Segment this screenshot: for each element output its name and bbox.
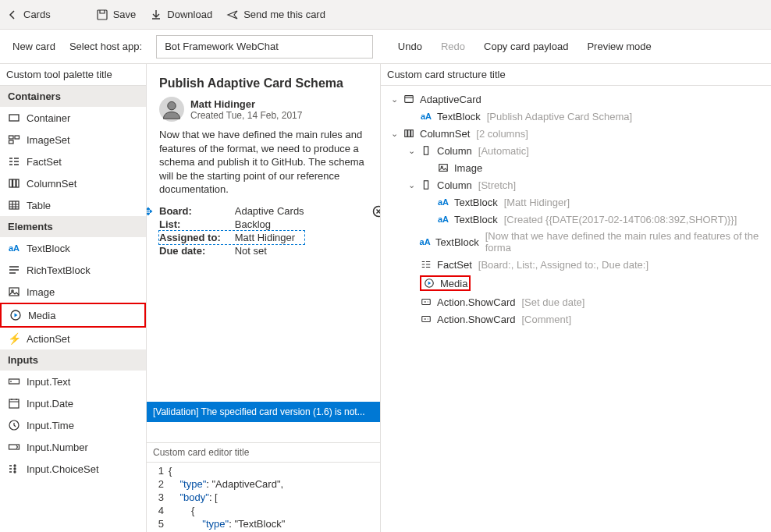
palette-item-input-number[interactable]: Input.Number (0, 436, 146, 458)
avatar (159, 97, 184, 122)
save-button[interactable]: Save (96, 9, 137, 21)
send-button[interactable]: Send me this card (226, 9, 325, 21)
expand-icon[interactable]: ⌄ (406, 146, 417, 156)
svg-rect-28 (408, 130, 410, 137)
tree-node-media[interactable]: Media (384, 273, 768, 293)
host-app-label: Select host app: (69, 41, 142, 52)
tree-node-column[interactable]: ⌄Column[Automatic] (384, 142, 768, 159)
table-icon (8, 199, 20, 211)
delete-handle-icon[interactable] (372, 205, 380, 220)
aA-icon: aA (437, 196, 449, 208)
tree-sublabel: [Board:, List:, Assigned to:, Due date:] (478, 259, 648, 271)
fact-row[interactable]: Assigned to:Matt Hidinger (159, 231, 304, 244)
card-body-text: Now that we have defined the main rules … (159, 128, 368, 197)
tree-label: ColumnSet (420, 128, 470, 140)
tree-node-action-showcard[interactable]: Action.ShowCard[Set due date] (384, 293, 768, 310)
palette-item-imageset[interactable]: ImageSet (0, 129, 146, 151)
palette-item-richtextblock[interactable]: RichTextBlock (0, 259, 146, 281)
tool-palette: Custom tool palette title ContainersCont… (0, 64, 147, 532)
palette-item-textblock[interactable]: aATextBlock (0, 237, 146, 259)
palette-item-actionset[interactable]: ⚡ActionSet (0, 328, 146, 349)
svg-rect-10 (13, 179, 16, 187)
tree-node-factset[interactable]: FactSet[Board:, List:, Assigned to:, Due… (384, 256, 768, 273)
save-label: Save (113, 9, 137, 20)
redo-button[interactable]: Redo (436, 41, 465, 52)
palette-item-label: ColumnSet (27, 178, 76, 190)
palette-item-input-text[interactable]: Input.Text (0, 371, 146, 392)
palette-item-label: ActionSet (27, 333, 70, 345)
tree-node-adaptivecard[interactable]: ⌄AdaptiveCard (384, 90, 768, 108)
send-label: Send me this card (243, 9, 325, 20)
tree-label: TextBlock (437, 111, 481, 122)
rect-icon (8, 112, 20, 124)
palette-header: Custom tool palette title (0, 64, 146, 86)
tree-node-column[interactable]: ⌄Column[Stretch] (384, 176, 768, 193)
tree-sublabel: [Stretch] (478, 179, 516, 191)
palette-item-input-choiceset[interactable]: Input.ChoiceSet (0, 458, 146, 480)
fact-row[interactable]: Due date:Not set (159, 244, 304, 257)
palette-item-table[interactable]: Table (0, 194, 146, 216)
svg-point-21 (14, 468, 16, 470)
structure-panel: Custom card structure title ⌄AdaptiveCar… (381, 64, 771, 532)
palette-item-input-date[interactable]: Input.Date (0, 392, 146, 414)
tree-label: Column (437, 179, 472, 191)
palette-item-label: FactSet (27, 156, 62, 168)
expand-icon[interactable]: ⌄ (389, 129, 400, 139)
back-button[interactable]: Cards (6, 9, 51, 21)
tree-node-image[interactable]: Image (384, 159, 768, 176)
fact-value: Matt Hidinger (235, 231, 304, 244)
tree-node-columnset[interactable]: ⌄ColumnSet[2 columns] (384, 125, 768, 142)
palette-item-media[interactable]: Media (0, 303, 146, 328)
fact-row[interactable]: Board:Adaptive Cards (159, 204, 304, 218)
bolt-icon: ⚡ (8, 332, 20, 345)
palette-item-label: ImageSet (27, 134, 70, 146)
validation-bar[interactable]: [Validation] The specified card version … (147, 402, 380, 422)
svg-rect-30 (424, 147, 428, 155)
palette-item-columnset[interactable]: ColumnSet (0, 172, 146, 194)
preview-mode-button[interactable]: Preview mode (582, 41, 651, 52)
palette-item-label: Input.Time (27, 420, 74, 431)
fact-key: Due date: (159, 244, 235, 257)
svg-rect-7 (15, 136, 20, 139)
fact-key: Assigned to: (159, 231, 235, 244)
move-handle-icon[interactable]: ✥ (147, 205, 153, 218)
host-app-select[interactable]: Bot Framework WebChat (156, 35, 373, 59)
palette-item-factset[interactable]: FactSet (0, 151, 146, 172)
content-area: Custom tool palette title ContainersCont… (0, 64, 771, 532)
adaptive-card: Publish Adaptive Card Schema Matt Hiding… (155, 72, 372, 262)
tree-sublabel: [Now that we have defined the main rules… (485, 230, 768, 254)
palette-item-label: Input.Text (27, 376, 70, 388)
palette-item-container[interactable]: Container (0, 107, 146, 129)
palette-item-label: TextBlock (27, 243, 70, 254)
tree-node-textblock[interactable]: aATextBlock[Matt Hidinger] (384, 193, 768, 211)
svg-rect-5 (9, 115, 19, 121)
aA-icon: aA (8, 242, 20, 254)
palette-item-input-time[interactable]: Input.Time (0, 414, 146, 436)
tree-node-textblock[interactable]: aATextBlock[Now that we have defined the… (384, 228, 768, 256)
fact-row[interactable]: List:Backlog (159, 218, 304, 231)
new-card-button[interactable]: New card (8, 41, 55, 52)
tree-sublabel: [Automatic] (478, 145, 529, 157)
fact-value: Adaptive Cards (235, 204, 304, 218)
expand-icon[interactable]: ⌄ (406, 180, 417, 190)
expand-icon[interactable]: ⌄ (389, 94, 400, 105)
inputnum-icon (8, 441, 20, 453)
action-icon (420, 313, 432, 325)
json-editor[interactable]: 12345 { "type": "AdaptiveCard", "body": … (147, 463, 380, 532)
tree-sublabel: [Publish Adaptive Card Schema] (487, 111, 632, 122)
tree-sublabel: [Created {{DATE(2017-02-14T06:08:39Z,SHO… (504, 214, 737, 225)
fact-value: Backlog (235, 218, 304, 231)
tree-node-action-showcard[interactable]: Action.ShowCard[Comment] (384, 310, 768, 328)
palette-item-image[interactable]: Image (0, 281, 146, 303)
tree-sublabel: [Comment] (521, 314, 571, 325)
rtb-icon (8, 264, 20, 276)
tree-node-textblock[interactable]: aATextBlock[Created {{DATE(2017-02-14T06… (384, 211, 768, 228)
send-icon (226, 9, 239, 21)
author-row: Matt Hidinger Created Tue, 14 Feb, 2017 (159, 97, 368, 122)
undo-button[interactable]: Undo (393, 41, 422, 52)
download-button[interactable]: Download (150, 9, 212, 21)
structure-header: Custom card structure title (381, 64, 771, 86)
tree-node-textblock[interactable]: aATextBlock[Publish Adaptive Card Schema… (384, 108, 768, 125)
copy-payload-button[interactable]: Copy card payload (479, 41, 568, 52)
card-title: Publish Adaptive Card Schema (159, 76, 368, 90)
